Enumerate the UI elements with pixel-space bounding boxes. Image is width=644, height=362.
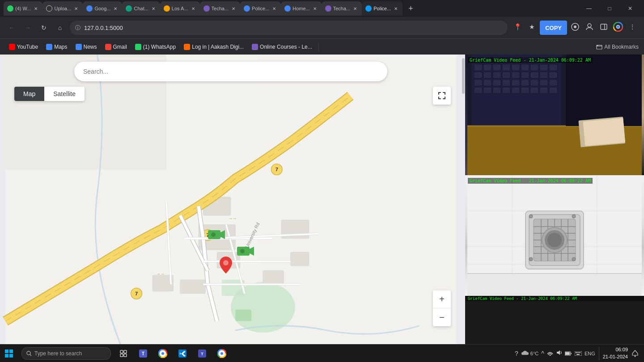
notification-area[interactable]	[630, 345, 640, 362]
home-button[interactable]: ⌂	[54, 21, 66, 34]
menu-icon[interactable]: ⋮	[626, 21, 639, 33]
taskbar-teams2-icon[interactable]: T	[193, 345, 211, 362]
whatsapp-favicon	[135, 44, 141, 50]
tab-close-chatgpt[interactable]: ✕	[150, 5, 157, 12]
volume-svg	[556, 349, 562, 356]
svg-text:→→: →→	[229, 216, 237, 221]
tab-close-police2[interactable]: ✕	[393, 5, 399, 12]
svg-rect-51	[483, 64, 491, 71]
address-bar[interactable]: ⓘ 127.0.0.1:5000	[70, 21, 508, 35]
camera-marker-1[interactable]	[207, 228, 226, 243]
question-icon[interactable]: ?	[515, 350, 518, 357]
tab-close-google[interactable]: ✕	[112, 5, 119, 12]
tab-google[interactable]: Goog... ✕	[83, 1, 122, 16]
map-search-input[interactable]	[74, 62, 387, 81]
tab-los[interactable]: Los A... ✕	[160, 1, 200, 16]
tab-close-whatsapp[interactable]: ✕	[33, 5, 39, 12]
zoom-in-button[interactable]: +	[433, 290, 451, 308]
start-button[interactable]	[0, 345, 18, 362]
forward-button[interactable]: →	[21, 21, 34, 34]
reload-button[interactable]: ↻	[38, 21, 50, 34]
tab-favicon-whatsapp	[7, 5, 13, 12]
taskbar-teams-icon[interactable]: T	[134, 345, 152, 362]
extensions-icon[interactable]	[569, 21, 581, 33]
taskbar-chrome-icon[interactable]	[154, 345, 172, 362]
bookmark-courses[interactable]: Online Courses - Le...	[248, 42, 316, 52]
language-indicator[interactable]: ENG	[585, 351, 595, 356]
tab-favicon-google	[86, 5, 93, 12]
bookmarks-separator	[318, 42, 319, 51]
tab-github[interactable]: Uploa... ✕	[42, 1, 83, 16]
tab-close-los[interactable]: ✕	[190, 5, 196, 12]
notification-icon	[631, 350, 639, 357]
maximize-button[interactable]: □	[599, 0, 620, 17]
svg-point-141	[549, 355, 551, 356]
tab-close-tech2[interactable]: ✕	[352, 5, 358, 12]
volume-icon[interactable]	[556, 349, 562, 357]
svg-rect-84	[540, 87, 548, 93]
tab-tech2[interactable]: Techa... ✕	[322, 1, 362, 16]
profile-icon[interactable]	[583, 21, 596, 33]
bookmark-aakash[interactable]: Log in | Aakash Digi...	[180, 42, 247, 52]
bookmark-youtube-label: YouTube	[17, 44, 38, 50]
tab-close-github[interactable]: ✕	[73, 5, 79, 12]
taskbar-search[interactable]: Type here to search	[21, 347, 111, 360]
bookmark-maps[interactable]: Maps	[42, 42, 71, 52]
minimize-button[interactable]: —	[579, 0, 599, 17]
tab-police2[interactable]: Police... ✕	[362, 1, 402, 16]
svg-rect-147	[579, 352, 580, 353]
weather-icon	[521, 349, 529, 358]
camera-marker-2[interactable]	[236, 244, 255, 260]
svg-point-1	[574, 25, 576, 28]
video-feed-2: GriefCam Video Feed - 21-Jan-2024 06:09:…	[465, 175, 644, 296]
svg-point-116	[529, 257, 533, 261]
fullscreen-button[interactable]	[433, 87, 451, 105]
taskbar: Type here to search T	[0, 344, 644, 362]
keyboard-icon[interactable]	[575, 350, 582, 357]
svg-rect-19	[263, 270, 284, 284]
back-button[interactable]: ←	[5, 21, 18, 34]
tab-whatsapp[interactable]: (4) W... ✕	[4, 1, 42, 16]
copy-button[interactable]: COPY	[540, 21, 567, 35]
bookmark-gmail[interactable]: Gmail	[102, 42, 131, 52]
taskbar-search-icon	[26, 351, 32, 356]
tab-favicon-tech1	[203, 5, 210, 12]
map-toggle-map[interactable]: Map	[14, 87, 44, 101]
tab-close-home[interactable]: ✕	[312, 5, 318, 12]
network-icon[interactable]	[547, 349, 553, 357]
chevron-up-icon[interactable]: ^	[541, 350, 544, 357]
right-scrollbar[interactable]	[462, 55, 465, 344]
map-container[interactable]: 7 7 7	[0, 55, 462, 344]
bookmark-news[interactable]: News	[72, 42, 101, 52]
bookmark-youtube[interactable]: YouTube	[5, 42, 42, 52]
close-button[interactable]: ✕	[620, 0, 640, 17]
sidebar-toggle-icon[interactable]	[597, 21, 610, 33]
zoom-out-button[interactable]: −	[433, 308, 451, 326]
all-bookmarks-button[interactable]: All Bookmarks	[596, 44, 639, 50]
tab-police1[interactable]: Police... ✕	[240, 1, 281, 16]
taskbar-chrome2-icon[interactable]	[213, 345, 231, 362]
clock-time: 06:09	[615, 346, 628, 353]
location-icon[interactable]: 📍	[511, 21, 524, 33]
clock-widget[interactable]: 06:09 21-01-2024	[603, 346, 628, 360]
svg-rect-91	[583, 118, 625, 146]
tab-home[interactable]: Home... ✕	[281, 1, 322, 16]
clock-date: 21-01-2024	[603, 354, 628, 360]
taskbar-multitask-icon[interactable]	[114, 345, 132, 362]
svg-rect-63	[512, 72, 520, 78]
svg-point-38	[223, 260, 229, 265]
location-pin[interactable]	[220, 257, 232, 275]
tab-close-police1[interactable]: ✕	[271, 5, 277, 12]
tab-tech1[interactable]: Techa... ✕	[200, 1, 241, 16]
tab-chatgpt[interactable]: Chat... ✕	[122, 1, 160, 16]
weather-widget[interactable]: 6°C	[521, 349, 538, 358]
svg-rect-82	[521, 87, 529, 93]
taskbar-vscode-icon[interactable]	[174, 345, 191, 362]
bookmark-whatsapp[interactable]: (1) WhatsApp	[131, 42, 179, 52]
svg-rect-85	[549, 87, 557, 93]
map-toggle-satellite[interactable]: Satellite	[44, 87, 85, 101]
new-tab-button[interactable]: +	[404, 2, 417, 15]
tab-close-tech1[interactable]: ✕	[230, 5, 237, 12]
bookmark-star-icon[interactable]: ★	[525, 21, 538, 33]
battery-icon[interactable]	[565, 350, 572, 357]
